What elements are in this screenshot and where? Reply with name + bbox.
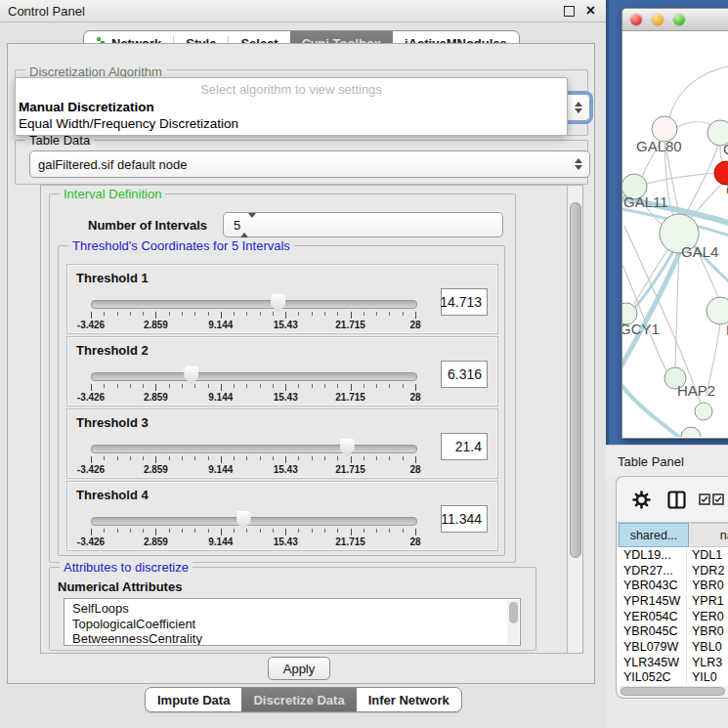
cell-name[interactable]: YIL0 [687,670,728,684]
float-window-icon[interactable] [564,6,575,17]
tick-mark [104,456,105,460]
table-row[interactable]: YBR045CYBR0 [617,623,728,639]
cell-shared-name[interactable]: YPR145W [617,594,687,608]
interval-definition-title: Interval Definition [60,187,165,201]
threshold-value-input[interactable]: 14.713 [441,288,488,316]
network-edge-highlighted[interactable] [622,384,683,437]
network-node[interactable] [695,403,712,420]
close-icon[interactable]: × [586,1,595,21]
table-row[interactable]: YDR27...YDR2 [617,563,728,578]
table-row[interactable]: YLR345WYLR3 [617,655,728,670]
network-node[interactable] [681,427,701,437]
combo-arrows-icon [575,102,582,113]
threshold-value-input[interactable]: 11.344 [441,505,488,533]
tick-mark [194,456,195,460]
table-row[interactable]: YIL052CYIL0 [617,670,728,686]
cell-name[interactable]: YPR1 [687,594,728,608]
network-edge[interactable] [675,253,679,367]
threshold-slider-track[interactable] [91,300,417,309]
cell-name[interactable]: YBR0 [687,578,728,592]
tick-mark [312,456,313,460]
threshold-slider-track[interactable] [91,372,417,381]
apply-button[interactable]: Apply [268,657,330,680]
cell-shared-name[interactable]: YIL052C [617,670,687,684]
tick-mark [273,384,274,388]
threshold-slider-track[interactable] [91,445,417,453]
list-scrollbar[interactable] [507,600,519,644]
tick-mark [169,384,170,388]
tick-mark [234,312,235,316]
table-row[interactable]: YDL19...YDL1 [617,547,728,563]
threshold-slider-thumb[interactable] [271,294,285,313]
cell-shared-name[interactable]: YBL079W [617,640,687,654]
threshold-slider-thumb[interactable] [236,511,251,530]
cell-shared-name[interactable]: YLR345W [617,656,687,669]
threshold-slider-track[interactable] [91,517,417,526]
cell-name[interactable]: YDR2 [687,564,728,578]
list-item-selfloops[interactable]: SelfLoops [64,599,520,617]
zoom-traffic-light-icon[interactable] [673,14,685,25]
tick-mark [298,312,299,316]
table-panel-header: Table Panel [606,445,728,477]
tick-label: -3.426 [77,536,105,547]
table-row[interactable]: YER054CYER0 [617,609,728,624]
table-data-combobox[interactable]: galFiltered.sif default node [29,150,590,178]
tab-impute-data[interactable]: Impute Data [146,688,241,711]
columns-icon[interactable] [667,491,686,509]
cell-shared-name[interactable]: YBR043C [617,578,687,592]
table-row[interactable]: YPR145WYPR1 [617,593,728,609]
cell-name[interactable]: YLR3 [687,656,728,669]
menu-item-equal-width-frequency[interactable]: Equal Width/Frequency Discretization [19,116,238,131]
tick-mark [155,529,156,535]
cell-shared-name[interactable]: YER054C [617,610,687,623]
network-node-h[interactable] [707,297,728,324]
select-columns-checkbox-icon[interactable] [699,493,710,505]
network-edge[interactable] [677,122,714,127]
table-row[interactable]: YBR043CYBR0 [617,578,728,593]
cell-shared-name[interactable]: YDR27... [617,564,687,578]
tab-label: Impute Data [157,693,230,707]
number-of-intervals-spinner[interactable]: 5 [223,212,503,237]
threshold-slider-thumb[interactable] [184,366,198,385]
tab-infer-network[interactable]: Infer Network [357,688,461,711]
table-row[interactable]: YBL079WYBL0 [617,639,728,655]
tab-label: Infer Network [368,693,450,707]
table-hscrollbar-thumb[interactable] [621,687,725,696]
threshold-value-input[interactable]: 6.316 [441,361,488,388]
select-rows-checkbox-icon[interactable] [712,493,724,505]
network-edge[interactable] [669,65,728,117]
list-scrollbar-thumb[interactable] [509,602,518,623]
tab-discretize-data[interactable]: Discretize Data [241,688,356,711]
network-view-window[interactable]: GAL80GACGAL11GAL4GCY1HHAP2 [621,8,728,439]
cell-name[interactable]: YBR0 [687,624,728,638]
cell-name[interactable]: YER0 [687,610,728,623]
tick-label: 9.144 [208,392,233,403]
settings-scrollbar[interactable] [567,186,582,653]
network-canvas[interactable]: GAL80GACGAL11GAL4GCY1HHAP2 [622,30,728,437]
list-item-topologicalcoefficient[interactable]: TopologicalCoefficient [64,617,520,632]
threshold-value-input[interactable]: 21.4 [441,433,488,460]
network-edge[interactable] [634,247,669,304]
numerical-attributes-list[interactable]: SelfLoopsTopologicalCoefficientBetweenne… [64,598,521,646]
numerical-attributes-label: Numerical Attributes [58,579,182,594]
menu-item-manual-discretization[interactable]: Manual Discretization [19,100,154,114]
list-item-betweennesscentrality[interactable]: BetweennessCentrality [64,631,520,646]
column-header-name[interactable]: name [691,523,728,547]
tick-mark [221,456,222,463]
cell-shared-name[interactable]: YDL19... [617,548,687,562]
cell-name[interactable]: YBL0 [687,640,728,654]
table-hscrollbar[interactable] [620,686,726,695]
tick-mark [285,384,286,391]
cell-name[interactable]: YDL1 [687,548,728,562]
gear-icon[interactable] [632,491,651,509]
threshold-slider-thumb[interactable] [340,439,355,457]
tick-mark [130,456,131,460]
minimize-traffic-light-icon[interactable] [652,14,664,25]
tick-label: -3.426 [77,392,105,403]
cell-shared-name[interactable]: YBR045C [617,624,687,638]
network-edge[interactable] [685,146,718,215]
column-header-shared-name[interactable]: shared... [619,523,689,547]
settings-scrollbar-thumb[interactable] [570,202,581,558]
tick-mark [376,529,377,533]
close-traffic-light-icon[interactable] [630,14,642,25]
